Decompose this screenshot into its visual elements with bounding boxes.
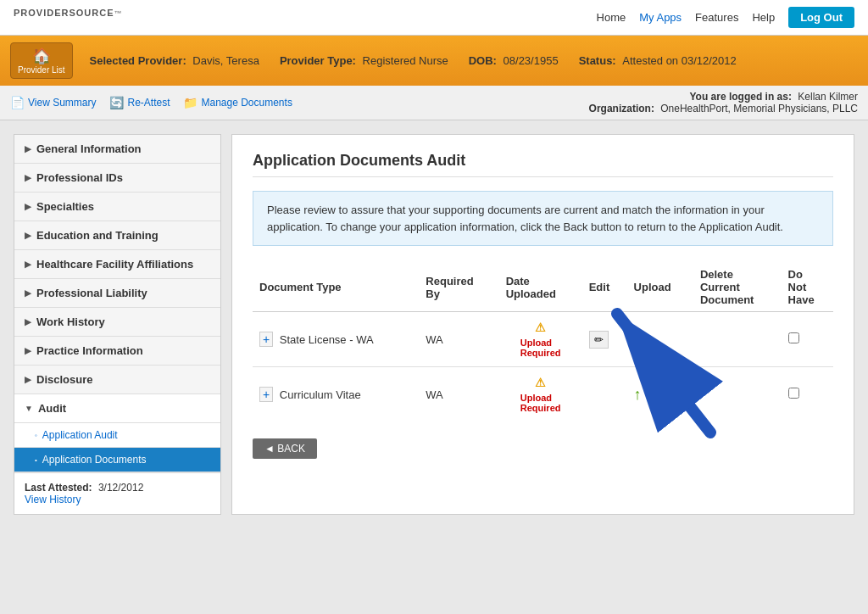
page-title: Application Documents Audit (253, 152, 833, 177)
refresh-icon: 🔄 (109, 96, 124, 109)
sidebar: ▶ General Information ▶ Professional IDs… (14, 134, 221, 515)
provider-list-button[interactable]: 🏠 Provider List (10, 42, 73, 79)
col-header-required-by: RequiredBy (419, 263, 498, 312)
sidebar-item-general-information[interactable]: ▶ General Information (14, 135, 220, 164)
sidebar-item-specialties[interactable]: ▶ Specialties (14, 193, 220, 221)
required-by-value: WA (419, 312, 498, 367)
organization-label: Organization: (589, 103, 654, 114)
document-type-value: Curriculum Vitae (280, 388, 361, 401)
provider-info: Selected Provider: Davis, Teresa Provide… (90, 54, 858, 67)
folder-icon: 📁 (183, 96, 198, 109)
dob-label: DOB: (469, 54, 497, 67)
col-header-delete: DeleteCurrentDocument (693, 263, 782, 312)
chevron-right-icon: ▶ (25, 231, 31, 240)
bullet-icon: • (35, 456, 37, 464)
dob-value: 08/23/1955 (504, 54, 559, 67)
logged-in-as-label: You are logged in as: (689, 91, 791, 103)
nav-links: Home My Apps Features Help Log Out (597, 7, 854, 28)
document-type-value: State License - WA (280, 333, 374, 346)
table-row: + Curriculum Vitae WA ⚠ UploadRequired (253, 367, 833, 422)
table-row: + State License - WA WA ⚠ UploadRequired… (253, 312, 833, 367)
back-button[interactable]: ◄ BACK (253, 438, 317, 459)
do-not-have-checkbox[interactable] (788, 388, 799, 399)
chevron-down-icon: ▼ (25, 404, 33, 413)
view-summary-link[interactable]: 📄 View Summary (10, 96, 96, 109)
edit-button[interactable]: ✏ (589, 331, 609, 349)
chevron-right-icon: ▶ (25, 375, 31, 384)
bullet-icon: ◦ (35, 432, 37, 439)
col-header-do-not-have: DoNotHave (782, 263, 833, 312)
info-message: Please review to assure that your suppor… (253, 191, 833, 246)
logo: PROVIDERSOURCE™ (14, 8, 123, 27)
chevron-right-icon: ▶ (25, 202, 31, 211)
nav-help[interactable]: Help (752, 11, 775, 24)
status-label: Status: (579, 54, 616, 67)
view-history-link[interactable]: View History (25, 494, 81, 505)
re-attest-link[interactable]: 🔄 Re-Attest (109, 96, 170, 109)
sidebar-sub-item-application-documents[interactable]: • Application Documents (14, 448, 220, 472)
status-value: Attested on 03/12/2012 (622, 54, 736, 67)
sidebar-footer: Last Attested: 3/12/2012 View History (14, 472, 220, 514)
expand-row-button[interactable]: + (259, 332, 273, 347)
documents-table: Document Type RequiredBy DateUploaded Ed… (253, 263, 833, 421)
sidebar-item-healthcare-facility[interactable]: ▶ Healthcare Facility Affiliations (14, 250, 220, 279)
chevron-right-icon: ▶ (25, 173, 31, 182)
organization-value: OneHealthPort, Memorial Physicians, PLLC (660, 103, 858, 114)
last-attested-value: 3/12/2012 (98, 482, 143, 494)
col-header-upload: Upload (627, 263, 693, 312)
sidebar-item-professional-liability[interactable]: ▶ Professional Liability (14, 279, 220, 308)
sub-toolbar: 📄 View Summary 🔄 Re-Attest 📁 Manage Docu… (0, 86, 868, 120)
upload-required-badge: ⚠ UploadRequired (506, 376, 576, 413)
document-table-wrapper: Document Type RequiredBy DateUploaded Ed… (253, 263, 833, 421)
col-header-date-uploaded: DateUploaded (499, 263, 582, 312)
nav-home[interactable]: Home (597, 11, 626, 24)
logout-button[interactable]: Log Out (788, 7, 854, 28)
warning-icon: ⚠ (535, 321, 546, 334)
sidebar-item-audit[interactable]: ▼ Audit (14, 394, 220, 423)
sidebar-item-education-training[interactable]: ▶ Education and Training (14, 221, 220, 250)
chevron-right-icon: ▶ (25, 317, 31, 327)
nav-my-apps[interactable]: My Apps (639, 11, 682, 24)
chevron-right-icon: ▶ (25, 144, 31, 154)
do-not-have-checkbox[interactable] (788, 332, 799, 343)
col-header-document-type: Document Type (253, 263, 419, 312)
sidebar-item-work-history[interactable]: ▶ Work History (14, 308, 220, 337)
upload-required-badge: ⚠ UploadRequired (506, 321, 576, 358)
sidebar-item-practice-information[interactable]: ▶ Practice Information (14, 337, 220, 366)
provider-list-label: Provider List (18, 65, 65, 75)
document-icon: 📄 (10, 96, 25, 109)
warning-icon: ⚠ (535, 376, 546, 389)
home-icon: 🏠 (32, 47, 51, 65)
selected-provider-label: Selected Provider: (90, 54, 186, 67)
last-attested-label: Last Attested: (25, 482, 92, 494)
upload-arrow-icon[interactable]: ↑ (634, 386, 642, 403)
logged-in-as-value: Kellan Kilmer (798, 91, 858, 103)
content-area: Application Documents Audit Please revie… (231, 134, 854, 515)
sidebar-item-disclosure[interactable]: ▶ Disclosure (14, 366, 220, 394)
chevron-right-icon: ▶ (25, 288, 31, 298)
sidebar-item-professional-ids[interactable]: ▶ Professional IDs (14, 164, 220, 193)
chevron-right-icon: ▶ (25, 346, 31, 355)
chevron-right-icon: ▶ (25, 260, 31, 269)
sub-toolbar-user-info: You are logged in as: Kellan Kilmer Orga… (589, 91, 858, 114)
top-nav: PROVIDERSOURCE™ Home My Apps Features He… (0, 0, 868, 36)
expand-row-button[interactable]: + (259, 387, 273, 402)
manage-documents-link[interactable]: 📁 Manage Documents (183, 96, 292, 109)
required-by-value: WA (419, 367, 498, 422)
col-header-edit: Edit (582, 263, 627, 312)
main-layout: ▶ General Information ▶ Professional IDs… (14, 134, 854, 515)
provider-type-label: Provider Type: (280, 54, 356, 67)
provider-type-value: Registered Nurse (363, 54, 448, 67)
provider-bar: 🏠 Provider List Selected Provider: Davis… (0, 36, 868, 86)
selected-provider-value: Davis, Teresa (192, 54, 259, 67)
sidebar-sub-item-application-audit[interactable]: ◦ Application Audit (14, 423, 220, 448)
upload-arrow-icon[interactable]: ↑ (634, 331, 642, 348)
sub-toolbar-actions: 📄 View Summary 🔄 Re-Attest 📁 Manage Docu… (10, 96, 292, 109)
nav-features[interactable]: Features (695, 11, 738, 24)
